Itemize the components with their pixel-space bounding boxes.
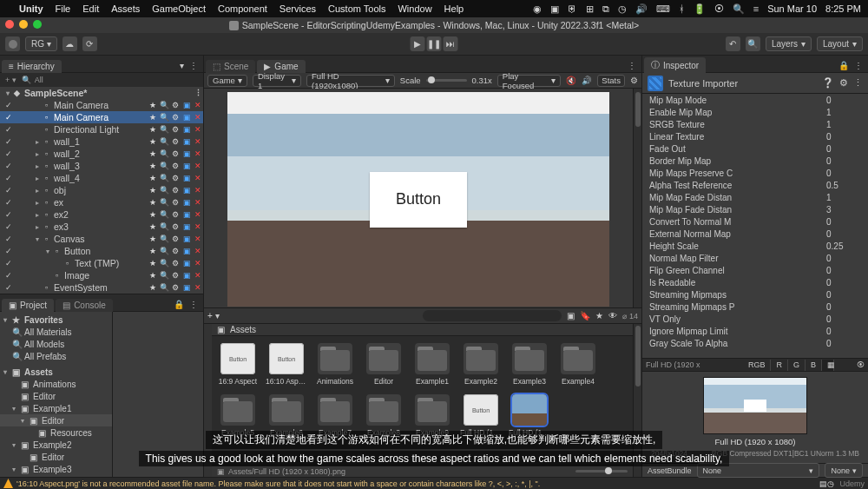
assets-header[interactable]: ▾▣Assets bbox=[0, 366, 112, 378]
x-icon[interactable]: ✕ bbox=[193, 282, 203, 293]
menu-app-name[interactable]: Unity bbox=[19, 3, 43, 14]
menu-gameobject[interactable]: GameObject bbox=[152, 3, 206, 14]
property-value[interactable]: 1 bbox=[826, 120, 861, 129]
inspector-property-row[interactable]: Fade Out0 bbox=[642, 142, 868, 155]
x-icon[interactable]: ✕ bbox=[193, 112, 203, 122]
project-scrollbar[interactable] bbox=[633, 324, 641, 477]
inspector-property-row[interactable]: Streaming Mipmaps P0 bbox=[642, 301, 868, 313]
star-icon[interactable]: ★ bbox=[148, 221, 158, 232]
star-icon[interactable]: ★ bbox=[148, 246, 158, 256]
project-tree-item[interactable]: ▾▣Example1 bbox=[0, 402, 112, 414]
clock-icon[interactable]: ◷ bbox=[618, 3, 627, 15]
search-icon[interactable]: 🔍 bbox=[159, 282, 169, 293]
gear-icon[interactable]: ⚙ bbox=[170, 124, 181, 135]
visibility-toggle[interactable]: ✓ bbox=[3, 247, 14, 255]
x-icon[interactable]: ✕ bbox=[193, 161, 203, 171]
asset-thumbnail[interactable] bbox=[366, 343, 401, 374]
keyboard-icon[interactable]: ⌨ bbox=[656, 3, 670, 15]
hierarchy-create-button[interactable]: ▾ bbox=[180, 61, 184, 70]
property-value[interactable]: 0 bbox=[826, 290, 861, 300]
menu-window[interactable]: Window bbox=[398, 3, 431, 14]
inspector-options-icon[interactable]: ⋮ bbox=[853, 77, 863, 89]
x-icon[interactable]: ✕ bbox=[193, 100, 203, 110]
status-console-icon[interactable]: ▤ bbox=[819, 479, 827, 488]
hierarchy-item[interactable]: ✓▫Text (TMP)★🔍⚙▣✕ bbox=[0, 257, 203, 269]
property-value[interactable]: 0 bbox=[826, 339, 861, 348]
property-value[interactable]: 0 bbox=[826, 156, 861, 166]
project-search-input[interactable] bbox=[423, 310, 562, 321]
foldout-toggle[interactable]: ▾ bbox=[21, 417, 30, 425]
grid-icon[interactable]: ⊞ bbox=[586, 3, 594, 15]
audio-icon[interactable]: 🔊 bbox=[582, 76, 592, 85]
close-window-button[interactable] bbox=[5, 20, 14, 29]
inspector-property-row[interactable]: Border Mip Map0 bbox=[642, 155, 868, 167]
star-icon[interactable]: ★ bbox=[148, 173, 158, 183]
gear-icon[interactable]: ⚙ bbox=[170, 185, 181, 195]
play-focus-dropdown[interactable]: Play Focused ▾ bbox=[497, 75, 562, 87]
channel-g[interactable]: G bbox=[788, 360, 806, 371]
asset-bundle-variant-dropdown[interactable]: None ▾ bbox=[825, 463, 863, 478]
mute-icon[interactable]: 🔇 bbox=[566, 76, 576, 85]
project-lock-icon[interactable]: 🔒 bbox=[174, 300, 184, 309]
x-icon[interactable]: ✕ bbox=[193, 209, 203, 220]
foldout-toggle[interactable]: ▸ bbox=[33, 223, 42, 231]
star-icon[interactable]: ★ bbox=[148, 149, 158, 159]
search-icon[interactable]: 🔍 bbox=[159, 258, 169, 268]
property-value[interactable]: 0 bbox=[826, 144, 861, 154]
inspector-property-row[interactable]: Linear Texture0 bbox=[642, 130, 868, 142]
asset-item[interactable]: Example1 bbox=[411, 343, 453, 386]
star-icon[interactable]: ★ bbox=[148, 282, 158, 293]
asset-item[interactable]: Example5 bbox=[217, 394, 259, 437]
tab-scene[interactable]: ⬚Scene bbox=[206, 60, 255, 73]
status-progress-icon[interactable]: ◷ bbox=[827, 479, 834, 488]
property-value[interactable]: 0 bbox=[826, 278, 861, 287]
asset-thumbnail[interactable] bbox=[415, 343, 450, 374]
gear-icon[interactable]: ⚙ bbox=[170, 173, 181, 183]
search-icon[interactable]: 🔍 bbox=[159, 221, 169, 232]
preview-image[interactable] bbox=[703, 377, 807, 434]
x-icon[interactable]: ✕ bbox=[193, 246, 203, 256]
visibility-toggle[interactable]: ✓ bbox=[3, 101, 14, 109]
search-icon[interactable]: 🔍 bbox=[159, 124, 169, 135]
project-tree-item[interactable]: ▾▣Editor bbox=[0, 414, 112, 426]
visibility-toggle[interactable]: ✓ bbox=[3, 113, 14, 122]
star-icon[interactable]: ★ bbox=[148, 209, 158, 220]
screen-icon[interactable]: ▣ bbox=[550, 3, 559, 15]
star-icon[interactable]: ★ bbox=[148, 112, 158, 122]
filter-favorites-icon[interactable]: ★ bbox=[595, 311, 603, 320]
property-value[interactable]: 1 bbox=[826, 108, 861, 117]
visibility-toggle[interactable]: ✓ bbox=[3, 137, 14, 146]
favorites-header[interactable]: ▾★Favorites bbox=[0, 314, 112, 326]
channel-rgb[interactable]: RGB bbox=[743, 360, 772, 371]
gear-icon[interactable]: ⚙ bbox=[170, 282, 181, 293]
maximize-window-button[interactable] bbox=[33, 20, 42, 29]
asset-thumbnail[interactable]: Button bbox=[220, 343, 255, 374]
asset-thumbnail[interactable]: Button bbox=[464, 394, 498, 426]
scene-menu-button[interactable]: ⋮ bbox=[193, 88, 203, 98]
hierarchy-add-button[interactable]: + ▾ bbox=[5, 76, 16, 84]
minimize-window-button[interactable] bbox=[19, 20, 28, 29]
foldout-toggle[interactable]: ▾ bbox=[12, 405, 21, 413]
menu-component[interactable]: Component bbox=[218, 3, 267, 14]
services-button[interactable]: ⟳ bbox=[82, 36, 97, 51]
asset-thumbnail[interactable] bbox=[512, 394, 547, 426]
menu-assets[interactable]: Assets bbox=[111, 3, 140, 14]
asset-item[interactable]: ButtonFull HD (192... bbox=[460, 394, 502, 437]
gear-icon[interactable]: ⚙ bbox=[170, 234, 181, 244]
property-value[interactable]: 0 bbox=[826, 302, 861, 312]
menu-help[interactable]: Help bbox=[444, 3, 464, 14]
asset-thumbnail[interactable]: Button bbox=[269, 343, 304, 374]
wifi-icon[interactable]: ⦿ bbox=[714, 3, 724, 14]
battery-icon[interactable]: 🔋 bbox=[694, 3, 706, 15]
project-tree-item[interactable]: ▣Resources bbox=[0, 426, 112, 439]
inspector-property-row[interactable]: Mip Map Fade Distan3 bbox=[642, 203, 868, 215]
cube-icon[interactable]: ▣ bbox=[181, 112, 192, 122]
filter-by-label-icon[interactable]: 🔖 bbox=[580, 311, 590, 320]
menu-edit[interactable]: Edit bbox=[82, 3, 99, 14]
inspector-property-row[interactable]: Flip Green Channel0 bbox=[642, 264, 868, 276]
hierarchy-item[interactable]: ✓▾▫Button★🔍⚙▣✕ bbox=[0, 245, 203, 257]
search-icon[interactable]: 🔍 bbox=[159, 246, 169, 256]
cube-icon[interactable]: ▣ bbox=[181, 197, 192, 208]
cube-icon[interactable]: ▣ bbox=[181, 173, 192, 183]
property-value[interactable]: 0 bbox=[826, 96, 861, 105]
